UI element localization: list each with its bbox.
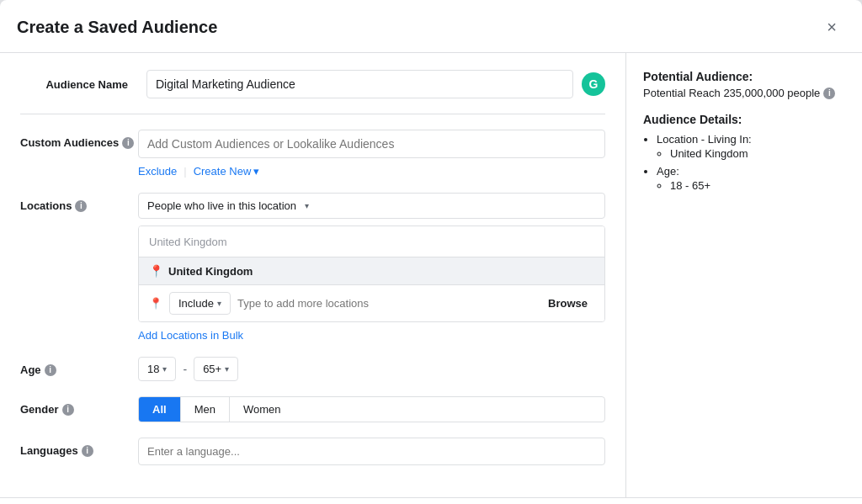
modal-title: Create a Saved Audience bbox=[17, 18, 217, 37]
audience-name-row: Audience Name G bbox=[20, 70, 605, 98]
custom-audiences-input[interactable] bbox=[138, 130, 605, 158]
modal-header: Create a Saved Audience × bbox=[0, 0, 862, 53]
detail-location: Location - Living In: United Kingdom bbox=[657, 133, 845, 160]
include-pin-icon: 📍 bbox=[149, 297, 162, 310]
custom-audiences-links: Exclude | Create New ▾ bbox=[138, 165, 605, 178]
detail-age-value: 18 - 65+ bbox=[670, 179, 845, 192]
include-label: Include bbox=[178, 297, 214, 310]
create-new-label: Create New bbox=[194, 165, 252, 178]
location-box: 📍 United Kingdom 📍 Include ▾ Browse bbox=[138, 225, 605, 322]
age-max-value: 65+ bbox=[203, 363, 221, 375]
languages-info-icon[interactable]: i bbox=[82, 445, 93, 457]
location-type-input[interactable] bbox=[237, 294, 535, 313]
location-dropdown-label: People who live in this location bbox=[147, 199, 296, 212]
link-divider: | bbox=[184, 165, 186, 178]
sidebar-panel: Potential Audience: Potential Reach 235,… bbox=[626, 53, 862, 497]
gender-row: Gender i All Men Women bbox=[20, 396, 605, 422]
audience-name-label: Audience Name bbox=[20, 78, 138, 91]
location-dropdown-chevron-icon: ▾ bbox=[305, 201, 309, 210]
age-info-icon[interactable]: i bbox=[45, 364, 56, 376]
languages-label: Languages i bbox=[20, 438, 138, 457]
gender-content: All Men Women bbox=[138, 396, 605, 422]
languages-input[interactable] bbox=[138, 438, 605, 465]
detail-location-label: Location - Living In: bbox=[657, 133, 752, 146]
locations-info-icon[interactable]: i bbox=[75, 200, 87, 212]
age-label: Age i bbox=[20, 357, 138, 376]
modal-body: Audience Name G Custom Audiences i Exclu… bbox=[0, 53, 862, 497]
detail-location-value: United Kingdom bbox=[670, 147, 845, 160]
close-button[interactable]: × bbox=[818, 13, 845, 40]
detail-age-label: Age: bbox=[657, 165, 679, 178]
potential-audience-title: Potential Audience: bbox=[643, 70, 845, 83]
modal-footer: Cancel Create Audience bbox=[0, 497, 862, 504]
add-bulk-link: Add Locations in Bulk bbox=[138, 329, 605, 342]
locations-content: People who live in this location ▾ 📍 Uni… bbox=[138, 193, 605, 342]
potential-reach-info-icon[interactable]: i bbox=[823, 88, 835, 99]
locations-label: Locations i bbox=[20, 193, 138, 212]
custom-audiences-content: Exclude | Create New ▾ bbox=[138, 130, 605, 178]
close-icon: × bbox=[827, 19, 837, 35]
age-min-value: 18 bbox=[147, 363, 159, 375]
location-search bbox=[139, 226, 604, 257]
age-min-dropdown[interactable]: 18 ▾ bbox=[138, 357, 176, 381]
gender-men-button[interactable]: Men bbox=[181, 397, 230, 422]
detail-age-sublist: 18 - 65+ bbox=[657, 179, 845, 192]
grammarly-icon: G bbox=[582, 72, 605, 96]
browse-button[interactable]: Browse bbox=[541, 294, 594, 313]
audience-name-input[interactable] bbox=[146, 70, 573, 98]
divider bbox=[20, 114, 605, 114]
age-row: Age i 18 ▾ - 65+ ▾ bbox=[20, 357, 605, 381]
languages-content bbox=[138, 438, 605, 465]
location-chip-label: United Kingdom bbox=[168, 265, 253, 278]
potential-reach-text: Potential Reach 235,000,000 people bbox=[643, 87, 820, 99]
create-new-button[interactable]: Create New ▾ bbox=[194, 165, 260, 178]
main-form: Audience Name G Custom Audiences i Exclu… bbox=[0, 53, 626, 497]
location-chip-row: 📍 United Kingdom bbox=[139, 257, 604, 285]
gender-info-icon[interactable]: i bbox=[62, 404, 74, 416]
age-min-chevron-icon: ▾ bbox=[162, 364, 167, 374]
age-dash: - bbox=[183, 363, 187, 376]
locations-dropdown[interactable]: People who live in this location ▾ bbox=[138, 193, 605, 219]
locations-row: Locations i People who live in this loca… bbox=[20, 193, 605, 342]
age-content: 18 ▾ - 65+ ▾ bbox=[138, 357, 605, 381]
audience-details-list: Location - Living In: United Kingdom Age… bbox=[643, 133, 845, 192]
gender-buttons: All Men Women bbox=[138, 396, 605, 422]
gender-label: Gender i bbox=[20, 396, 138, 416]
location-search-input[interactable] bbox=[149, 236, 594, 248]
gender-all-button[interactable]: All bbox=[139, 397, 181, 422]
detail-location-sublist: United Kingdom bbox=[657, 147, 845, 160]
add-locations-bulk-button[interactable]: Add Locations in Bulk bbox=[138, 329, 243, 342]
age-max-dropdown[interactable]: 65+ ▾ bbox=[194, 357, 238, 381]
create-new-chevron-icon: ▾ bbox=[253, 165, 259, 178]
age-max-chevron-icon: ▾ bbox=[225, 364, 229, 374]
include-button[interactable]: Include ▾ bbox=[169, 292, 231, 315]
languages-row: Languages i bbox=[20, 438, 605, 465]
audience-details-title: Audience Details: bbox=[643, 113, 845, 126]
include-chevron-icon: ▾ bbox=[217, 299, 221, 308]
potential-reach: Potential Reach 235,000,000 people i bbox=[643, 87, 845, 99]
exclude-button[interactable]: Exclude bbox=[138, 165, 177, 178]
custom-audiences-label: Custom Audiences i bbox=[20, 130, 138, 149]
custom-audiences-info-icon[interactable]: i bbox=[122, 137, 134, 149]
custom-audiences-row: Custom Audiences i Exclude | Create New … bbox=[20, 130, 605, 178]
include-row: 📍 Include ▾ Browse bbox=[139, 285, 604, 321]
location-pin-icon: 📍 bbox=[149, 264, 163, 278]
create-saved-audience-modal: Create a Saved Audience × Audience Name … bbox=[0, 0, 862, 504]
detail-age: Age: 18 - 65+ bbox=[657, 165, 845, 192]
gender-women-button[interactable]: Women bbox=[230, 397, 295, 422]
